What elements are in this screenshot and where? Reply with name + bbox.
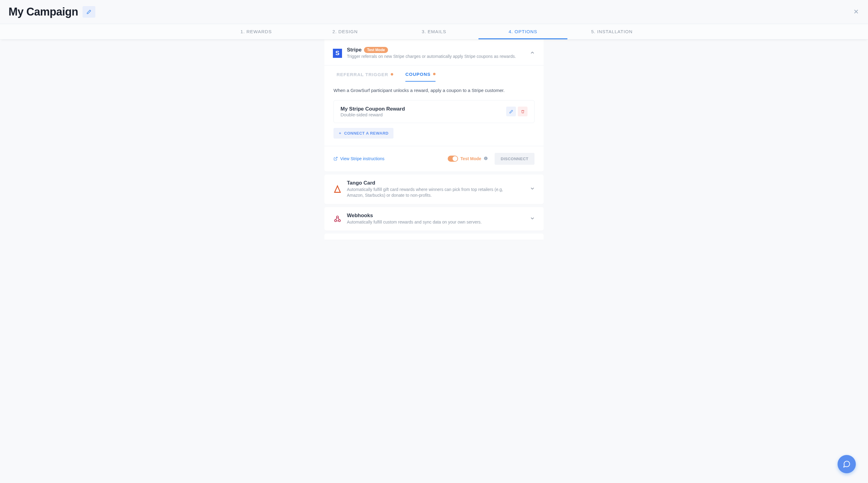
- chevron-down-icon: [530, 186, 535, 192]
- info-icon[interactable]: [484, 156, 488, 161]
- delete-reward-button[interactable]: [518, 106, 527, 116]
- webhooks-title: Webhooks: [347, 213, 525, 219]
- stripe-subtabs: REFERRAL TRIGGER COUPONS: [324, 65, 544, 82]
- view-instructions-link[interactable]: View Stripe instructions: [334, 156, 384, 161]
- test-mode-badge: Test Mode: [364, 47, 388, 53]
- connect-reward-button[interactable]: CONNECT A REWARD: [334, 128, 394, 138]
- tango-icon: [333, 185, 342, 194]
- subtab-referral-trigger[interactable]: REFERRAL TRIGGER: [337, 71, 393, 82]
- tab-options[interactable]: 4. OPTIONS: [478, 24, 567, 39]
- status-dot-icon: [433, 73, 436, 75]
- webhooks-icon: [333, 215, 342, 224]
- reward-card: My Stripe Coupon Reward Double-sided rew…: [334, 100, 534, 123]
- reward-subtitle: Double-sided reward: [341, 112, 405, 117]
- subtab-coupons[interactable]: COUPONS: [405, 71, 436, 82]
- stripe-description: Trigger referrals on new Stripe charges …: [347, 54, 521, 60]
- status-dot-icon: [391, 73, 393, 75]
- stripe-card-header[interactable]: S Stripe Test Mode Trigger referrals on …: [324, 40, 544, 65]
- close-icon: [853, 8, 860, 15]
- tango-card-header[interactable]: Tango Card Automatically fulfill gift ca…: [324, 174, 544, 204]
- subtab-referral-label: REFERRAL TRIGGER: [337, 72, 388, 77]
- test-mode-toggle[interactable]: [448, 156, 458, 162]
- tab-design[interactable]: 2. DESIGN: [301, 24, 390, 39]
- connect-reward-label: CONNECT A REWARD: [344, 131, 389, 135]
- page-header: My Campaign: [0, 0, 868, 24]
- close-button[interactable]: [853, 8, 860, 16]
- view-instructions-label: View Stripe instructions: [340, 156, 384, 161]
- external-link-icon: [334, 157, 338, 161]
- webhooks-description: Automatically fulfill custom rewards and…: [347, 219, 521, 225]
- webhooks-card-header[interactable]: Webhooks Automatically fulfill custom re…: [324, 207, 544, 231]
- webhooks-integration-card: Webhooks Automatically fulfill custom re…: [324, 207, 544, 231]
- next-integration-card: [324, 233, 544, 240]
- tango-title: Tango Card: [347, 180, 525, 186]
- stripe-card-footer: View Stripe instructions Test Mode DISCO…: [324, 146, 544, 171]
- subtab-coupons-label: COUPONS: [405, 71, 431, 77]
- stripe-icon: S: [333, 49, 342, 58]
- disconnect-button[interactable]: DISCONNECT: [495, 153, 534, 165]
- chevron-down-icon: [530, 216, 535, 222]
- tab-rewards[interactable]: 1. REWARDS: [212, 24, 301, 39]
- stripe-title: Stripe: [347, 47, 362, 53]
- reward-title: My Stripe Coupon Reward: [341, 106, 405, 112]
- pencil-icon: [509, 109, 513, 114]
- stripe-integration-card: S Stripe Test Mode Trigger referrals on …: [324, 40, 544, 171]
- tab-emails[interactable]: 3. EMAILS: [390, 24, 478, 39]
- chevron-up-icon: [530, 50, 535, 57]
- trash-icon: [521, 109, 525, 114]
- edit-reward-button[interactable]: [506, 106, 516, 116]
- pencil-icon: [87, 9, 91, 14]
- tango-description: Automatically fulfill gift card rewards …: [347, 187, 521, 199]
- tab-installation[interactable]: 5. INSTALLATION: [567, 24, 656, 39]
- tango-integration-card: Tango Card Automatically fulfill gift ca…: [324, 174, 544, 204]
- page-title: My Campaign: [8, 5, 78, 18]
- test-mode-label: Test Mode: [461, 156, 481, 161]
- edit-campaign-button[interactable]: [83, 6, 95, 18]
- coupons-description: When a GrowSurf participant unlocks a re…: [334, 88, 534, 93]
- wizard-tabs: 1. REWARDS 2. DESIGN 3. EMAILS 4. OPTION…: [0, 24, 868, 40]
- plus-icon: [338, 132, 342, 135]
